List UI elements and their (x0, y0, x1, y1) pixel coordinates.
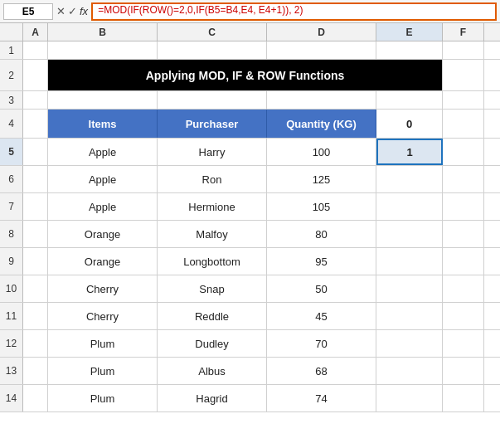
cell-a6[interactable] (23, 166, 48, 192)
table-row: 8 Orange Malfoy 80 (0, 221, 500, 248)
col-header-a[interactable]: A (23, 23, 48, 41)
cell-b7[interactable]: Apple (48, 193, 158, 220)
cell-b12[interactable]: Plum (48, 330, 158, 357)
cell-a11[interactable] (23, 303, 48, 329)
cell-e1[interactable] (376, 41, 443, 59)
cell-c9[interactable]: Longbottom (158, 248, 267, 275)
table-row: 6 Apple Ron 125 (0, 166, 500, 193)
cell-b1[interactable] (48, 41, 158, 59)
cell-c8[interactable]: Malfoy (158, 221, 267, 247)
cell-d11[interactable]: 45 (267, 303, 376, 329)
col-header-c[interactable]: C (158, 23, 267, 41)
confirm-icon[interactable]: ✓ (68, 5, 77, 17)
cell-e11[interactable] (376, 303, 443, 329)
formula-value: =MOD(IF(ROW()=2,0,IF(B5=B4,E4, E4+1)), 2… (98, 4, 303, 16)
cell-reference-box[interactable]: E5 (3, 3, 53, 20)
cell-e8[interactable] (376, 221, 443, 247)
cell-c10[interactable]: Snap (158, 275, 267, 302)
cell-b14[interactable]: Plum (48, 385, 158, 411)
cell-c6[interactable]: Ron (158, 166, 267, 192)
cell-e14[interactable] (376, 385, 443, 411)
column-headers: A B C D E F (0, 23, 500, 41)
cell-a8[interactable] (23, 221, 48, 247)
cell-e9[interactable] (376, 248, 443, 275)
cell-a9[interactable] (23, 248, 48, 275)
cell-c3[interactable] (158, 91, 267, 109)
cell-d1[interactable] (267, 41, 376, 59)
cell-ref-value: E5 (22, 6, 35, 17)
cell-e6[interactable] (376, 166, 443, 192)
cell-a12[interactable] (23, 330, 48, 357)
table-row: 9 Orange Longbottom 95 (0, 248, 500, 275)
table-row: 7 Apple Hermione 105 (0, 193, 500, 221)
cell-d6[interactable]: 125 (267, 166, 376, 192)
cell-f11[interactable] (443, 303, 484, 329)
cell-f6[interactable] (443, 166, 484, 192)
cell-e3[interactable] (376, 91, 443, 109)
cell-d7[interactable]: 105 (267, 193, 376, 220)
cell-a14[interactable] (23, 385, 48, 411)
cell-f1[interactable] (443, 41, 484, 59)
cell-c5[interactable]: Harry (158, 139, 267, 165)
cell-a7[interactable] (23, 193, 48, 220)
cell-a5[interactable] (23, 139, 48, 165)
cell-d9[interactable]: 95 (267, 248, 376, 275)
col-header-purchaser[interactable]: Purchaser (158, 110, 267, 138)
cell-a4[interactable] (23, 110, 48, 138)
cell-a10[interactable] (23, 275, 48, 302)
formula-input[interactable]: =MOD(IF(ROW()=2,0,IF(B5=B4,E4, E4+1)), 2… (91, 2, 497, 21)
cell-d8[interactable]: 80 (267, 221, 376, 247)
cell-a13[interactable] (23, 358, 48, 384)
cell-b5[interactable]: Apple (48, 139, 158, 165)
cell-f10[interactable] (443, 275, 484, 302)
cell-e7[interactable] (376, 193, 443, 220)
cell-a3[interactable] (23, 91, 48, 109)
cell-f14[interactable] (443, 385, 484, 411)
cell-e5[interactable]: 1 (376, 139, 443, 165)
col-header-items[interactable]: Items (48, 110, 158, 138)
cell-f5[interactable] (443, 139, 484, 165)
cell-b9[interactable]: Orange (48, 248, 158, 275)
cell-d10[interactable]: 50 (267, 275, 376, 302)
col-header-quantity[interactable]: Quantity (KG) (267, 110, 376, 138)
col-header-b[interactable]: B (48, 23, 158, 41)
cell-a2[interactable] (23, 60, 48, 90)
cell-f12[interactable] (443, 330, 484, 357)
cell-c7[interactable]: Hermione (158, 193, 267, 220)
col-header-f[interactable]: F (443, 23, 484, 41)
cell-c14[interactable]: Hagrid (158, 385, 267, 411)
cell-e10[interactable] (376, 275, 443, 302)
cell-f4[interactable] (443, 110, 484, 138)
col-header-d[interactable]: D (267, 23, 376, 41)
cell-f13[interactable] (443, 358, 484, 384)
row-num-2: 2 (0, 60, 23, 90)
cell-b10[interactable]: Cherry (48, 275, 158, 302)
cell-a1[interactable] (23, 41, 48, 59)
cell-b6[interactable]: Apple (48, 166, 158, 192)
cell-b3[interactable] (48, 91, 158, 109)
formula-bar: E5 ✕ ✓ fx =MOD(IF(ROW()=2,0,IF(B5=B4,E4,… (0, 0, 500, 23)
cell-d14[interactable]: 74 (267, 385, 376, 411)
cell-c11[interactable]: Reddle (158, 303, 267, 329)
cell-f3[interactable] (443, 91, 484, 109)
cell-c13[interactable]: Albus (158, 358, 267, 384)
cell-c1[interactable] (158, 41, 267, 59)
cell-d12[interactable]: 70 (267, 330, 376, 357)
cell-f7[interactable] (443, 193, 484, 220)
cell-b13[interactable]: Plum (48, 358, 158, 384)
cell-e12[interactable] (376, 330, 443, 357)
cell-d13[interactable]: 68 (267, 358, 376, 384)
cell-e13[interactable] (376, 358, 443, 384)
cell-d3[interactable] (267, 91, 376, 109)
col-header-e[interactable]: E (376, 23, 443, 41)
cell-f2[interactable] (443, 60, 484, 90)
cell-f9[interactable] (443, 248, 484, 275)
cell-b11[interactable]: Cherry (48, 303, 158, 329)
col-header-e-val[interactable]: 0 (376, 110, 443, 138)
row-num-6: 6 (0, 166, 23, 192)
cell-b8[interactable]: Orange (48, 221, 158, 247)
cell-c12[interactable]: Dudley (158, 330, 267, 357)
cell-f8[interactable] (443, 221, 484, 247)
cell-d5[interactable]: 100 (267, 139, 376, 165)
cancel-icon[interactable]: ✕ (56, 5, 66, 17)
